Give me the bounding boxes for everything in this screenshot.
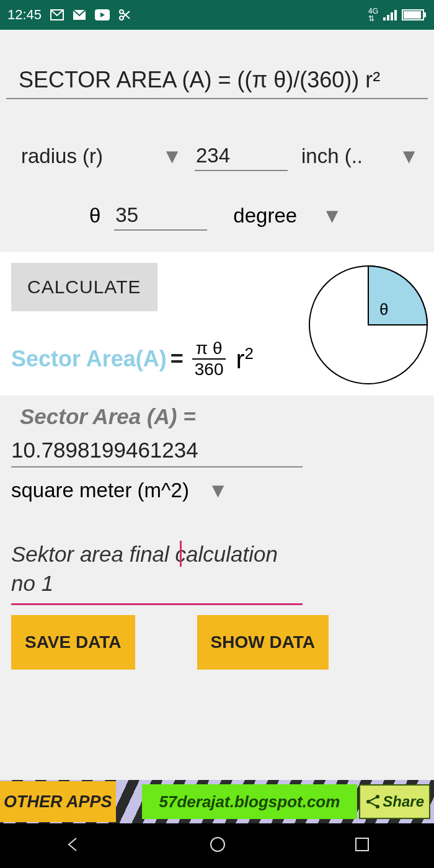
youtube-icon xyxy=(95,9,110,20)
chevron-down-icon: ▼ xyxy=(322,204,342,228)
save-data-button[interactable]: SAVE DATA xyxy=(11,615,135,670)
back-button[interactable] xyxy=(64,836,81,856)
gmail-icon xyxy=(73,9,86,20)
bottom-bar: OTHER APPS 57derajat.blogspot.com Share xyxy=(0,780,434,823)
recent-button[interactable] xyxy=(354,836,370,855)
chevron-down-icon: ▼ xyxy=(208,479,228,502)
radius-unit-select[interactable]: inch (.. ▼ xyxy=(301,144,419,168)
chevron-down-icon: ▼ xyxy=(162,144,182,168)
blog-link[interactable]: 57derajat.blogspot.com xyxy=(142,784,358,819)
network-4g-icon: 4G⇅ xyxy=(368,7,378,22)
chevron-down-icon: ▼ xyxy=(399,144,419,168)
theta-unit-select[interactable]: degree ▼ xyxy=(233,204,345,228)
signal-icon xyxy=(383,9,397,20)
result-label: Sector Area (A) = xyxy=(20,404,428,429)
formula-title: SECTOR AREA (A) = ((π θ)/(360)) r² xyxy=(6,67,428,99)
svg-rect-8 xyxy=(394,10,397,20)
result-unit-select[interactable]: square meter (m^2) ▼ xyxy=(11,479,228,502)
show-data-button[interactable]: SHOW DATA xyxy=(197,615,329,670)
share-button[interactable]: Share xyxy=(359,784,430,819)
svg-point-17 xyxy=(211,838,224,851)
status-bar: 12:45 4G⇅ xyxy=(0,0,434,30)
svg-rect-11 xyxy=(424,12,426,17)
svg-rect-10 xyxy=(404,11,421,19)
svg-text:θ: θ xyxy=(379,300,388,319)
svg-rect-6 xyxy=(387,15,389,20)
svg-rect-18 xyxy=(356,838,368,851)
svg-rect-5 xyxy=(383,17,386,20)
theta-label: θ xyxy=(89,204,100,228)
radius-input[interactable] xyxy=(195,141,288,171)
result-unit-label: square meter (m^2) xyxy=(11,479,189,502)
status-time: 12:45 xyxy=(7,7,42,23)
calculate-button[interactable]: CALCULATE xyxy=(11,263,157,311)
share-icon xyxy=(365,794,381,810)
text-cursor xyxy=(180,541,182,567)
gmail-outline-icon xyxy=(50,9,64,20)
sector-diagram: θ xyxy=(306,263,430,387)
result-value[interactable] xyxy=(11,429,303,467)
radius-unit-label: inch (.. xyxy=(301,144,363,168)
other-apps-button[interactable]: OTHER APPS xyxy=(0,781,116,822)
battery-icon xyxy=(402,9,427,21)
scissors-icon xyxy=(118,9,131,21)
android-nav-bar xyxy=(0,823,434,868)
home-button[interactable] xyxy=(208,835,227,856)
theta-input[interactable] xyxy=(114,201,207,231)
note-input[interactable]: Sektor area final calculation no 1 xyxy=(11,539,303,605)
svg-rect-7 xyxy=(391,12,393,20)
formula-render: Sector Area(A) = π θ 360 r2 xyxy=(11,339,300,379)
theta-unit-label: degree xyxy=(233,204,297,228)
radius-param-label: radius (r) xyxy=(21,144,103,168)
radius-param-select[interactable]: radius (r) ▼ xyxy=(21,144,182,168)
